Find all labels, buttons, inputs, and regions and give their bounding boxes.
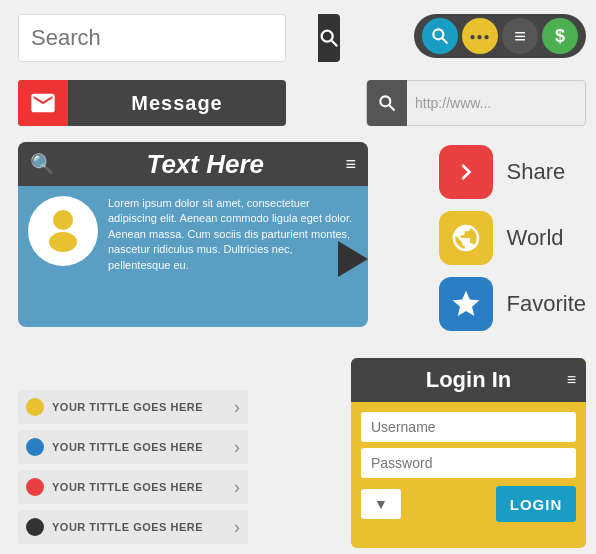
- bullet-item-2[interactable]: YOUR TITTLE GOES HERE ›: [18, 430, 248, 464]
- login-bottom: ▼ LOGIN: [361, 486, 576, 522]
- dots-circle-icon[interactable]: ●●●: [462, 18, 498, 54]
- icon-list: Share World Favorite: [439, 145, 586, 331]
- svg-point-6: [53, 210, 73, 230]
- bullet-item-4[interactable]: YOUR TITTLE GOES HERE ›: [18, 510, 248, 544]
- bullet-dot-4: [26, 518, 44, 536]
- bullet-text-3: YOUR TITTLE GOES HERE: [52, 481, 230, 493]
- bullet-dot-3: [26, 478, 44, 496]
- avatar: [28, 196, 98, 266]
- card-menu-icon[interactable]: ≡: [345, 154, 356, 175]
- world-icon-circle: [439, 211, 493, 265]
- bullet-text-1: YOUR TITTLE GOES HERE: [52, 401, 230, 413]
- search-input[interactable]: [19, 25, 318, 51]
- favorite-icon-circle: [439, 277, 493, 331]
- bullet-arrow-2: ›: [234, 437, 240, 458]
- world-label: World: [507, 225, 564, 251]
- bullet-text-2: YOUR TITTLE GOES HERE: [52, 441, 230, 453]
- url-bar: http://www...: [366, 80, 586, 126]
- text-card: 🔍 Text Here ≡ Lorem ipsum dolor sit amet…: [18, 142, 368, 327]
- bullet-arrow-1: ›: [234, 397, 240, 418]
- login-header: Login In ≡: [351, 358, 586, 402]
- svg-point-4: [380, 96, 390, 106]
- svg-point-7: [49, 232, 77, 252]
- share-icon-circle: [439, 145, 493, 199]
- share-label: Share: [507, 159, 566, 185]
- text-card-header: 🔍 Text Here ≡: [18, 142, 368, 186]
- login-body: ▼ LOGIN: [351, 402, 586, 530]
- text-card-body: Lorem ipsum dolor sit amet, consectetuer…: [18, 186, 368, 283]
- username-input[interactable]: [361, 412, 576, 442]
- message-icon: [18, 80, 68, 126]
- chevron-down-icon: ▼: [374, 496, 388, 512]
- svg-line-3: [443, 39, 448, 44]
- dropdown-button[interactable]: ▼: [361, 489, 401, 519]
- password-input[interactable]: [361, 448, 576, 478]
- bullet-dot-1: [26, 398, 44, 416]
- top-icon-bar: ●●● ≡ $: [414, 14, 586, 58]
- bullet-list: YOUR TITTLE GOES HERE › YOUR TITTLE GOES…: [18, 390, 248, 544]
- bullet-dot-2: [26, 438, 44, 456]
- login-title: Login In: [426, 367, 512, 393]
- login-button[interactable]: LOGIN: [496, 486, 576, 522]
- play-button[interactable]: [338, 241, 368, 277]
- icon-list-item-favorite[interactable]: Favorite: [439, 277, 586, 331]
- search-button[interactable]: [318, 14, 340, 62]
- icon-list-item-world[interactable]: World: [439, 211, 586, 265]
- search-circle-icon[interactable]: [422, 18, 458, 54]
- card-body-text: Lorem ipsum dolor sit amet, consectetuer…: [108, 196, 358, 273]
- url-text: http://www...: [407, 95, 499, 111]
- svg-line-5: [390, 106, 395, 111]
- message-label: Message: [68, 92, 286, 115]
- card-search-icon: 🔍: [30, 152, 55, 176]
- bullet-arrow-4: ›: [234, 517, 240, 538]
- login-menu-icon[interactable]: ≡: [567, 371, 576, 389]
- svg-line-1: [332, 41, 338, 47]
- bullet-item-3[interactable]: YOUR TITTLE GOES HERE ›: [18, 470, 248, 504]
- avatar-person-icon: [38, 202, 88, 261]
- dollar-circle-icon[interactable]: $: [542, 18, 578, 54]
- bullet-text-4: YOUR TITTLE GOES HERE: [52, 521, 230, 533]
- menu-circle-icon[interactable]: ≡: [502, 18, 538, 54]
- favorite-label: Favorite: [507, 291, 586, 317]
- message-bar: Message: [18, 80, 286, 126]
- login-card: Login In ≡ ▼ LOGIN: [351, 358, 586, 548]
- svg-point-0: [322, 31, 333, 42]
- url-search-icon[interactable]: [367, 80, 407, 126]
- search-bar: [18, 14, 286, 62]
- svg-point-2: [433, 29, 443, 39]
- icon-list-item-share[interactable]: Share: [439, 145, 586, 199]
- bullet-arrow-3: ›: [234, 477, 240, 498]
- bullet-item-1[interactable]: YOUR TITTLE GOES HERE ›: [18, 390, 248, 424]
- text-card-title: Text Here: [65, 149, 345, 180]
